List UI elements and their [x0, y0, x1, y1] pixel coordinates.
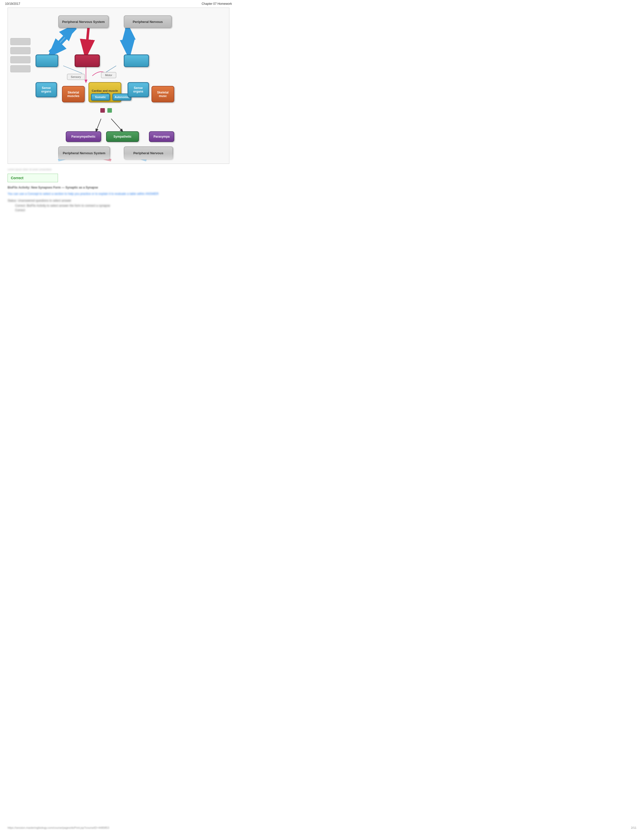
- sensory-label: Sensory: [67, 74, 85, 80]
- sidebar-btn-3[interactable]: [10, 56, 31, 63]
- motor-label: Motor: [101, 72, 116, 78]
- small-square-green: [107, 108, 112, 113]
- svg-line-0: [51, 28, 76, 55]
- svg-line-2: [126, 28, 129, 55]
- svg-line-1: [86, 28, 89, 55]
- below-diagram: Lorem ipsum dolor sit amet consectetur C…: [8, 167, 229, 212]
- body-link-text: You can use a Concept to select a sectio…: [8, 191, 229, 196]
- sidebar-btn-4[interactable]: [10, 65, 31, 72]
- answer-box: Correct: [8, 174, 58, 182]
- small-square-pink: [100, 108, 105, 113]
- somatic-node[interactable]: Somatic: [91, 93, 110, 101]
- right-blue-node[interactable]: [124, 55, 149, 67]
- sense-organs-right-node[interactable]: Sense organs: [127, 82, 149, 97]
- parasympathetic-right-node[interactable]: Parasympa: [149, 131, 174, 142]
- header-date: 10/19/2017: [5, 2, 20, 6]
- diagram-container: Peripheral Nervous System Peripheral Ner…: [8, 8, 229, 164]
- svg-line-9: [111, 119, 122, 131]
- indented-text-1: Correct: BioFlix Activity to select answ…: [15, 204, 229, 207]
- svg-line-4: [127, 27, 130, 52]
- sympathetic-node[interactable]: Sympathetic: [106, 131, 139, 142]
- sidebar-btn-2[interactable]: [10, 47, 31, 54]
- diagram-fade-overlay: [8, 153, 229, 164]
- section-title: BioFlix Activity: New Synapses Form — Sy…: [8, 185, 229, 190]
- skeletal-right-node[interactable]: Skeletal musc: [151, 86, 174, 102]
- sidebar-buttons: [10, 38, 31, 72]
- left-blue-node[interactable]: [35, 55, 58, 67]
- sense-organs-left-node[interactable]: Sense organs: [35, 82, 57, 97]
- svg-line-8: [96, 119, 101, 131]
- red-center-node[interactable]: [75, 55, 100, 67]
- parasympathetic-left-node[interactable]: Parasympathetic: [66, 131, 101, 142]
- svg-line-3: [49, 27, 73, 52]
- indented-text-2: Correct: [15, 208, 229, 212]
- sidebar-btn-1[interactable]: [10, 38, 31, 45]
- answer-text: Correct: [11, 176, 23, 180]
- pns-top-left-node[interactable]: Peripheral Nervous System: [58, 15, 109, 28]
- svg-line-6: [106, 66, 116, 72]
- header-title: Chapter 07 Homework: [202, 2, 232, 6]
- page-header: 10/19/2017 Chapter 07 Homework: [0, 0, 237, 8]
- skeletal-left-node[interactable]: Skeletal muscles: [62, 86, 85, 102]
- status-line: Status: Unanswered questions to select a…: [8, 199, 229, 203]
- diagram-svg-container: Peripheral Nervous System Peripheral Ner…: [33, 8, 174, 164]
- small-blurred-line: Lorem ipsum dolor sit amet consectetur: [8, 167, 229, 172]
- pns-top-right-node[interactable]: Peripheral Nervous: [124, 15, 172, 28]
